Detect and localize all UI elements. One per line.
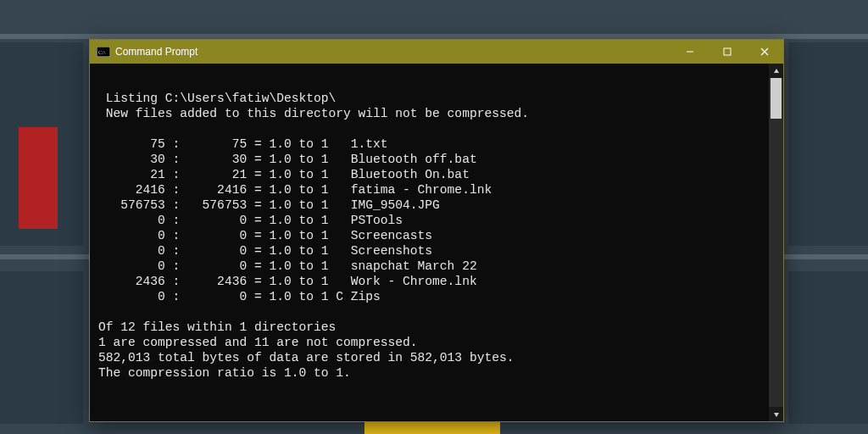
svg-text:C:\: C:\	[98, 49, 106, 56]
svg-marker-7	[774, 413, 779, 417]
minimize-button[interactable]	[671, 40, 709, 64]
scroll-track[interactable]	[769, 78, 783, 407]
close-button[interactable]	[746, 40, 783, 64]
maximize-button[interactable]	[709, 40, 746, 64]
vertical-scrollbar[interactable]	[769, 64, 783, 421]
scroll-up-arrow-icon[interactable]	[769, 64, 783, 78]
scroll-down-arrow-icon[interactable]	[769, 407, 783, 421]
svg-rect-3	[724, 48, 731, 55]
titlebar[interactable]: C:\ Command Prompt	[90, 40, 783, 64]
scroll-thumb[interactable]	[771, 78, 782, 119]
terminal-output[interactable]: Listing C:\Users\fatiw\Desktop\ New file…	[90, 64, 769, 421]
desktop-background: C:\ Command Prompt Listing C:\Users\fati…	[0, 0, 868, 434]
command-prompt-window: C:\ Command Prompt Listing C:\Users\fati…	[89, 39, 784, 422]
cmd-icon: C:\	[97, 47, 110, 57]
svg-marker-6	[774, 69, 779, 73]
window-title: Command Prompt	[115, 46, 198, 58]
